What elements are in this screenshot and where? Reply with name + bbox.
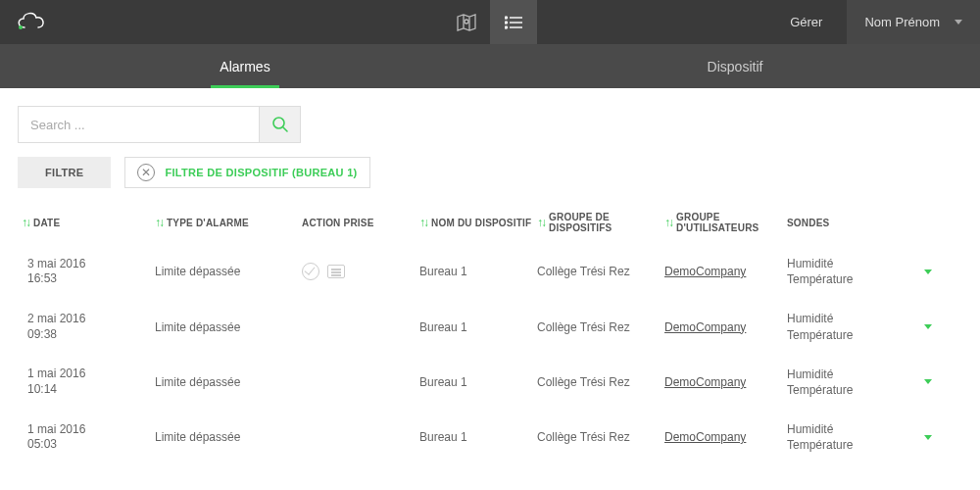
sort-icon: ↑↓	[664, 216, 672, 229]
logo-cloud-icon	[15, 10, 48, 34]
cell-expand	[924, 379, 949, 384]
chevron-down-icon	[955, 20, 962, 24]
filter-row: FILTRE ✕ FILTRE DE DISPOSITIF (BUREAU 1)	[18, 157, 962, 188]
date-line1: 1 mai 2016	[27, 422, 155, 438]
svg-point-0	[19, 25, 23, 29]
acknowledge-icon[interactable]	[302, 263, 319, 280]
cell-device-group: Collège Trési Rez	[537, 265, 664, 278]
cell-date: 2 mai 201609:38	[18, 312, 155, 342]
cell-date: 1 mai 201610:14	[18, 367, 155, 397]
user-name-label: Nom Prénom	[864, 15, 940, 29]
cell-expand	[924, 324, 949, 329]
cell-user-group[interactable]: DemoCompany	[664, 320, 787, 334]
sort-icon: ↑↓	[155, 216, 163, 229]
date-line2: 16:53	[27, 271, 155, 287]
cell-probes: HumiditéTempérature	[787, 421, 924, 453]
column-header-date[interactable]: ↑↓DATE	[18, 212, 155, 233]
date-line1: 1 mai 2016	[27, 367, 155, 382]
cell-probes: HumiditéTempérature	[787, 367, 924, 398]
probe-line: Température	[787, 437, 924, 453]
cell-expand	[924, 435, 949, 440]
expand-row-icon[interactable]	[924, 435, 932, 440]
column-header-label: GROUPE DE DISPOSITIFS	[549, 212, 664, 233]
list-view-button[interactable]	[490, 0, 537, 44]
expand-row-icon[interactable]	[924, 270, 932, 274]
filter-button[interactable]: FILTRE	[18, 157, 111, 188]
date-line2: 05:03	[27, 437, 155, 453]
table-row: 29 avr. 2016	[18, 466, 962, 470]
column-header-user-group[interactable]: ↑↓GROUPE D'UTILISATEURS	[664, 212, 787, 233]
probe-line: Température	[787, 382, 924, 398]
table-body[interactable]: 3 mai 201616:53Limite dépasséeBureau 1Co…	[18, 244, 962, 469]
svg-line-9	[283, 127, 287, 131]
cell-user-group[interactable]: DemoCompany	[664, 375, 787, 389]
cell-alarm-type: Limite dépassée	[155, 265, 302, 278]
filter-chip-close-icon[interactable]: ✕	[137, 164, 155, 181]
cell-device-group: Collège Trési Rez	[537, 375, 664, 389]
table-row: 1 mai 201605:03Limite dépasséeBureau 1Co…	[18, 410, 962, 465]
expand-row-icon[interactable]	[924, 324, 932, 329]
column-header-label: SONDES	[787, 218, 829, 228]
cell-device-name: Bureau 1	[419, 265, 537, 278]
probe-line: Humidité	[787, 421, 924, 437]
sort-icon: ↑↓	[537, 216, 545, 229]
comment-icon[interactable]	[327, 265, 345, 278]
column-header-label: GROUPE D'UTILISATEURS	[676, 212, 787, 233]
header-right-controls: Gérer Nom Prénom	[765, 0, 980, 44]
content-area: FILTRE ✕ FILTRE DE DISPOSITIF (BUREAU 1)…	[0, 88, 980, 487]
cell-alarm-type: Limite dépassée	[155, 430, 302, 444]
column-header-probes: SONDES	[787, 212, 924, 233]
cell-device-name: Bureau 1	[419, 430, 537, 444]
sort-icon: ↑↓	[22, 216, 29, 229]
table-row: 3 mai 201616:53Limite dépasséeBureau 1Co…	[18, 244, 962, 299]
probe-line: Température	[787, 327, 924, 343]
search-box	[18, 106, 301, 143]
column-header-label: NOM DU DISPOSITIF	[431, 218, 531, 228]
manage-link[interactable]: Gérer	[765, 15, 847, 29]
cell-alarm-type: Limite dépassée	[155, 320, 302, 334]
filter-chip-label: FILTRE DE DISPOSITIF (BUREAU 1)	[165, 167, 357, 178]
expand-row-icon[interactable]	[924, 379, 932, 384]
tab-alarms[interactable]: Alarmes	[0, 44, 490, 88]
alarms-table: ↑↓DATE ↑↓TYPE D'ALARME ACTION PRISE ↑↓NO…	[18, 212, 962, 469]
search-row	[18, 106, 962, 143]
cell-date: 3 mai 201616:53	[18, 257, 155, 287]
search-icon	[271, 116, 289, 133]
table-row: 1 mai 201610:14Limite dépasséeBureau 1Co…	[18, 355, 962, 410]
column-header-device-group[interactable]: ↑↓GROUPE DE DISPOSITIFS	[537, 212, 664, 233]
table-header-row: ↑↓DATE ↑↓TYPE D'ALARME ACTION PRISE ↑↓NO…	[18, 212, 962, 244]
cell-action-taken	[302, 263, 419, 280]
search-input[interactable]	[19, 107, 259, 142]
cell-device-name: Bureau 1	[419, 375, 537, 389]
cell-device-group: Collège Trési Rez	[537, 430, 664, 444]
sort-icon: ↑↓	[419, 216, 427, 229]
probe-line: Humidité	[787, 311, 924, 326]
tab-devices[interactable]: Dispositif	[490, 44, 980, 88]
cell-expand	[924, 270, 949, 274]
search-button[interactable]	[259, 107, 300, 142]
column-header-label: ACTION PRISE	[302, 218, 374, 228]
map-view-button[interactable]	[443, 0, 490, 44]
filter-chip-device: ✕ FILTRE DE DISPOSITIF (BUREAU 1)	[124, 157, 369, 188]
column-header-type[interactable]: ↑↓TYPE D'ALARME	[155, 212, 302, 233]
column-header-device[interactable]: ↑↓NOM DU DISPOSITIF	[419, 212, 537, 233]
column-header-action: ACTION PRISE	[302, 212, 419, 233]
cell-date: 1 mai 201605:03	[18, 422, 155, 453]
svg-point-5	[506, 17, 508, 19]
cell-user-group[interactable]: DemoCompany	[664, 430, 787, 444]
probe-line: Humidité	[787, 367, 924, 382]
svg-point-1	[465, 20, 468, 24]
svg-point-6	[506, 22, 508, 24]
svg-point-8	[273, 118, 284, 128]
cell-user-group[interactable]: DemoCompany	[664, 265, 787, 278]
cell-device-group: Collège Trési Rez	[537, 320, 664, 334]
date-line1: 2 mai 2016	[27, 312, 155, 327]
cell-alarm-type: Limite dépassée	[155, 375, 302, 389]
cell-probes: HumiditéTempérature	[787, 256, 924, 287]
user-menu[interactable]: Nom Prénom	[847, 0, 980, 44]
view-toggle-group	[443, 0, 537, 44]
cell-device-name: Bureau 1	[419, 320, 537, 334]
column-header-label: DATE	[33, 218, 60, 228]
top-header: Gérer Nom Prénom	[0, 0, 980, 44]
cell-probes: HumiditéTempérature	[787, 311, 924, 342]
